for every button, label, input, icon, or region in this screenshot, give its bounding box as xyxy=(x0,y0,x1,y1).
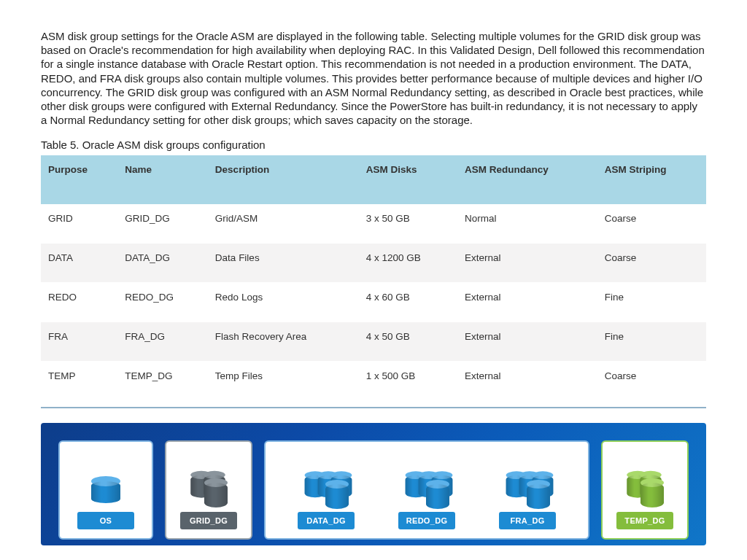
cell-name: DATA_DG xyxy=(117,244,208,283)
cylinder-icon xyxy=(286,464,366,503)
cell-redund: Normal xyxy=(457,204,597,244)
diagram-label-redo: REDO_DG xyxy=(398,512,455,529)
cell-purpose: REDO xyxy=(41,283,117,322)
cell-purpose: FRA xyxy=(41,322,117,362)
cylinder-icon xyxy=(178,464,239,503)
cell-stripe: Coarse xyxy=(597,244,706,283)
cell-purpose: DATA xyxy=(41,244,117,283)
cell-desc: Data Files xyxy=(208,244,359,283)
cell-desc: Redo Logs xyxy=(208,283,359,322)
cell-purpose: TEMP xyxy=(41,362,117,395)
cylinder-icon xyxy=(614,464,676,503)
col-redundancy: ASM Redundancy xyxy=(457,155,597,204)
diagram-sub-fra: FRA_DG xyxy=(487,464,568,529)
diagram-sub-redo: REDO_DG xyxy=(387,464,467,529)
diagram-card-os: OS xyxy=(58,440,153,540)
cell-name: FRA_DG xyxy=(117,322,208,362)
cell-stripe: Coarse xyxy=(597,362,706,395)
body-paragraph: ASM disk group settings for the Oracle A… xyxy=(41,29,706,127)
table-row: GRID GRID_DG Grid/ASM 3 x 50 GB Normal C… xyxy=(41,204,706,244)
cell-disks: 3 x 50 GB xyxy=(359,204,457,244)
diagram-card-temp: TEMP_DG xyxy=(601,440,689,540)
cell-disks: 4 x 60 GB xyxy=(359,283,457,322)
table-row: TEMP TEMP_DG Temp Files 1 x 500 GB Exter… xyxy=(41,362,706,395)
diagram-label-data: DATA_DG xyxy=(298,512,355,529)
table-row: DATA DATA_DG Data Files 4 x 1200 GB Exte… xyxy=(41,244,706,283)
table-header-row: Purpose Name Description ASM Disks ASM R… xyxy=(41,155,706,204)
col-desc: Description xyxy=(208,155,359,204)
col-name: Name xyxy=(117,155,208,204)
diskgroup-diagram: OS GRID_DG DATA_DG REDO_DG FRA_DG xyxy=(41,423,706,545)
cell-name: REDO_DG xyxy=(117,283,208,322)
col-disks: ASM Disks xyxy=(359,155,457,204)
cell-name: TEMP_DG xyxy=(117,362,208,395)
cell-disks: 4 x 1200 GB xyxy=(359,244,457,283)
cell-stripe: Coarse xyxy=(597,204,706,244)
asm-diskgroups-table: Purpose Name Description ASM Disks ASM R… xyxy=(41,155,706,395)
diagram-label-grid: GRID_DG xyxy=(180,512,237,529)
diagram-sub-data: DATA_DG xyxy=(286,464,366,529)
col-striping: ASM Striping xyxy=(597,155,706,204)
cylinder-icon xyxy=(487,464,568,503)
col-purpose: Purpose xyxy=(41,155,117,204)
cell-desc: Temp Files xyxy=(208,362,359,395)
cell-name: GRID_DG xyxy=(117,204,208,244)
diagram-label-fra: FRA_DG xyxy=(499,512,556,529)
cell-redund: External xyxy=(457,283,597,322)
cell-stripe: Fine xyxy=(597,322,706,362)
cell-purpose: GRID xyxy=(41,204,117,244)
cell-desc: Flash Recovery Area xyxy=(208,322,359,362)
cylinder-icon xyxy=(387,464,467,503)
diagram-label-os: OS xyxy=(77,512,134,529)
diagram-card-data-redo-fra: DATA_DG REDO_DG FRA_DG xyxy=(264,440,589,540)
cell-redund: External xyxy=(457,322,597,362)
cell-stripe: Fine xyxy=(597,283,706,322)
table-bottom-rule xyxy=(41,407,706,408)
cell-redund: External xyxy=(457,362,597,395)
cylinder-icon xyxy=(91,464,120,503)
diagram-label-temp: TEMP_DG xyxy=(616,512,673,529)
diagram-card-grid: GRID_DG xyxy=(165,440,252,540)
cell-disks: 4 x 50 GB xyxy=(359,322,457,362)
cell-disks: 1 x 500 GB xyxy=(359,362,457,395)
table-row: REDO REDO_DG Redo Logs 4 x 60 GB Externa… xyxy=(41,283,706,322)
cell-redund: External xyxy=(457,244,597,283)
table-caption: Table 5. Oracle ASM disk groups configur… xyxy=(41,139,706,151)
cell-desc: Grid/ASM xyxy=(208,204,359,244)
table-row: FRA FRA_DG Flash Recovery Area 4 x 50 GB… xyxy=(41,322,706,362)
